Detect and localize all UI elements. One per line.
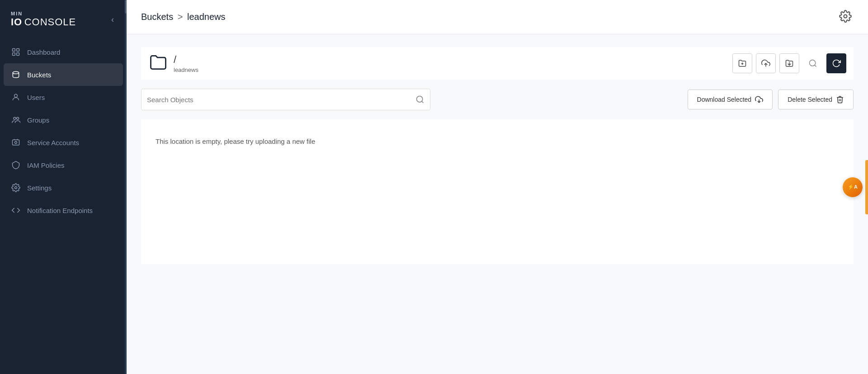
right-accent-bar xyxy=(865,160,868,214)
breadcrumb-separator: > xyxy=(178,12,183,22)
users-icon xyxy=(11,92,21,102)
path-slash: / xyxy=(174,54,198,66)
svg-point-16 xyxy=(810,60,816,66)
sidebar-nav: Dashboard Buckets Users xyxy=(0,37,127,374)
download-selected-icon xyxy=(755,95,763,104)
path-bar: / leadnews xyxy=(141,47,854,80)
iam-policies-icon xyxy=(11,160,21,170)
sidebar-item-users[interactable]: Users xyxy=(0,86,127,109)
folder-icon xyxy=(148,52,168,74)
service-accounts-icon xyxy=(11,137,21,147)
sidebar: MIN IO CONSOLE ‹ Dashboard xyxy=(0,0,127,374)
search-icon xyxy=(808,59,817,68)
collapse-button[interactable]: ‹ xyxy=(109,13,116,26)
gear-icon xyxy=(839,10,852,23)
svg-point-4 xyxy=(13,71,19,74)
logo-io: IO xyxy=(11,16,22,28)
sidebar-item-buckets[interactable]: Buckets xyxy=(4,63,123,86)
main-content: Buckets > leadnews / leadnews xyxy=(127,0,868,374)
svg-line-19 xyxy=(422,101,424,103)
settings-icon xyxy=(11,183,21,193)
svg-line-17 xyxy=(815,65,816,67)
notification-endpoints-icon xyxy=(11,205,21,215)
sidebar-item-label: IAM Policies xyxy=(27,161,65,169)
sidebar-item-groups[interactable]: Groups xyxy=(0,109,127,131)
dashboard-icon xyxy=(11,47,21,57)
sidebar-item-label: Buckets xyxy=(27,71,51,79)
empty-state: This location is empty, please try uploa… xyxy=(141,119,854,264)
svg-point-10 xyxy=(15,187,17,189)
upload-icon xyxy=(761,59,770,68)
svg-point-5 xyxy=(14,94,18,97)
download-selected-button[interactable]: Download Selected xyxy=(688,90,773,109)
svg-point-11 xyxy=(844,15,847,18)
svg-point-9 xyxy=(15,142,17,144)
action-bar: Download Selected Delete Selected xyxy=(141,89,854,110)
sidebar-item-service-accounts[interactable]: Service Accounts xyxy=(0,131,127,154)
logo-min: MIN xyxy=(11,11,76,16)
search-box xyxy=(141,89,430,110)
svg-point-18 xyxy=(417,96,423,102)
refresh-icon xyxy=(832,59,841,68)
help-button[interactable]: ⚡A xyxy=(843,177,863,197)
refresh-button[interactable] xyxy=(826,53,846,73)
sidebar-item-label: Groups xyxy=(27,116,49,124)
content-area: / leadnews xyxy=(127,34,868,374)
svg-point-7 xyxy=(17,117,19,119)
logo: MIN IO CONSOLE xyxy=(11,11,76,28)
sidebar-item-label: Settings xyxy=(27,184,52,192)
search-box-icon xyxy=(415,95,425,104)
svg-rect-0 xyxy=(13,49,15,52)
help-button-label: ⚡A xyxy=(848,184,858,190)
sidebar-item-label: Dashboard xyxy=(27,48,60,56)
sidebar-item-label: Users xyxy=(27,94,45,101)
create-folder-icon xyxy=(738,59,747,68)
svg-rect-3 xyxy=(17,53,19,56)
sidebar-logo: MIN IO CONSOLE ‹ xyxy=(0,0,127,37)
action-buttons: Download Selected Delete Selected xyxy=(688,90,854,109)
delete-selected-label: Delete Selected xyxy=(788,96,832,103)
delete-selected-icon xyxy=(836,95,844,104)
buckets-icon xyxy=(11,70,21,80)
sidebar-item-settings[interactable]: Settings xyxy=(0,176,127,199)
download-folder-button[interactable] xyxy=(779,53,799,73)
download-folder-icon xyxy=(785,59,794,68)
logo-console: CONSOLE xyxy=(24,16,76,28)
breadcrumb-current: leadnews xyxy=(187,12,226,22)
svg-rect-1 xyxy=(17,49,19,52)
empty-state-message: This location is empty, please try uploa… xyxy=(156,137,315,145)
svg-rect-8 xyxy=(13,140,19,145)
path-search-button[interactable] xyxy=(803,53,823,73)
sidebar-item-label: Notification Endpoints xyxy=(27,207,93,214)
groups-icon xyxy=(11,115,21,125)
breadcrumb: Buckets > leadnews xyxy=(141,12,225,22)
settings-gear-button[interactable] xyxy=(837,8,854,26)
upload-button[interactable] xyxy=(756,53,776,73)
sidebar-item-dashboard[interactable]: Dashboard xyxy=(0,41,127,63)
sidebar-item-label: Service Accounts xyxy=(27,139,79,147)
create-folder-button[interactable] xyxy=(732,53,752,73)
svg-rect-2 xyxy=(13,53,15,56)
header: Buckets > leadnews xyxy=(127,0,868,34)
search-input[interactable] xyxy=(147,96,415,104)
sidebar-item-iam-policies[interactable]: IAM Policies xyxy=(0,154,127,176)
delete-selected-button[interactable]: Delete Selected xyxy=(778,90,854,109)
path-bucket: leadnews xyxy=(174,66,198,73)
sidebar-item-notification-endpoints[interactable]: Notification Endpoints xyxy=(0,199,127,222)
breadcrumb-buckets[interactable]: Buckets xyxy=(141,12,173,22)
download-selected-label: Download Selected xyxy=(697,96,752,103)
svg-point-6 xyxy=(14,117,16,119)
